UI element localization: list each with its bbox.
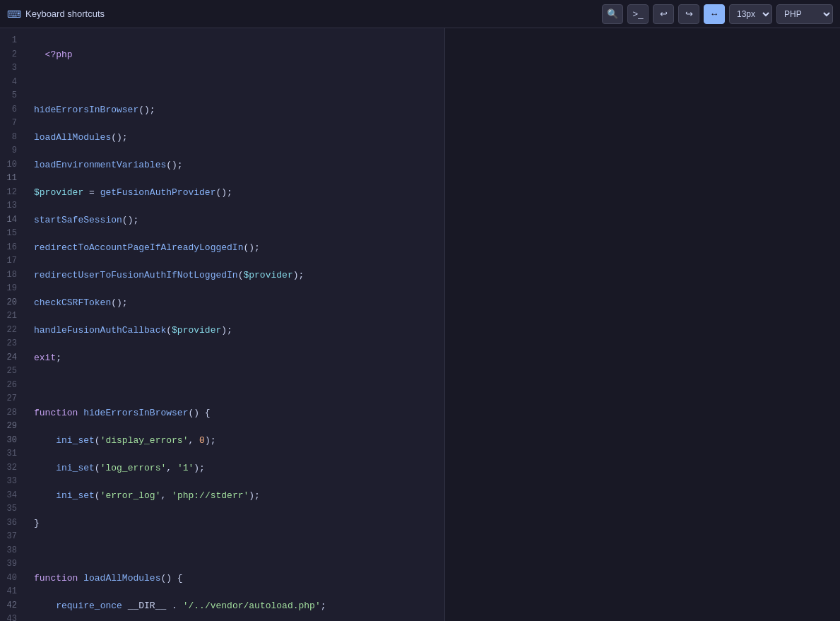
editor-container: 1 2 3 4 5 6 7 8 9 10 11 12 13 14 15 16 1… [0,28,840,621]
search-button[interactable]: 🔍 [602,4,623,24]
editor-title: ⌨ Keyboard shortcuts [7,8,105,20]
code-content[interactable]: <?php hideErrorsInBrowser(); loadAllModu… [30,28,444,621]
code-line-3: hideErrorsInBrowser(); [34,103,444,117]
code-line-20: function loadAllModules() { [34,572,444,586]
undo-button[interactable]: ↩ [653,4,674,24]
code-line-12: exit; [34,351,444,365]
code-line-5: loadEnvironmentVariables(); [34,158,444,172]
topbar: ⌨ Keyboard shortcuts 🔍 >_ ↩ ↪ ↔ 13px 11p… [0,0,840,28]
code-line-14: function hideErrorsInBrowser() { [34,406,444,420]
code-line-17: ini_set('error_log', 'php://stderr'); [34,489,444,503]
code-line-15: ini_set('display_errors', 0); [34,434,444,448]
language-select[interactable]: PHP JavaScript Python HTML [776,4,833,24]
code-line-16: ini_set('log_errors', '1'); [34,461,444,475]
code-line-4: loadAllModules(); [34,131,444,145]
code-line-10: checkCSRFToken(); [34,296,444,310]
keyboard-icon: ⌨ [7,8,21,20]
code-line-11: handleFusionAuthCallback($provider); [34,324,444,338]
line-numbers: 1 2 3 4 5 6 7 8 9 10 11 12 13 14 15 16 1… [0,28,30,621]
code-line-21: require_once __DIR__ . '/../vendor/autol… [34,599,444,613]
code-line-6: $provider = getFusionAuthProvider(); [34,186,444,200]
code-line-18: } [34,516,444,531]
redo-button[interactable]: ↪ [678,4,699,24]
code-line-2 [34,76,444,90]
code-area[interactable]: 1 2 3 4 5 6 7 8 9 10 11 12 13 14 15 16 1… [0,28,445,621]
code-line-13 [34,379,444,393]
title-text: Keyboard shortcuts [25,8,105,19]
font-size-select[interactable]: 13px 11px 12px 14px 16px [729,4,772,24]
code-line-9: redirectUserToFusionAuthIfNotLoggedIn($p… [34,268,444,283]
code-line-8: redirectToAccountPageIfAlreadyLoggedIn()… [34,241,444,255]
terminal-button[interactable]: >_ [627,4,649,24]
code-line-1: <?php [34,48,444,62]
wrap-button[interactable]: ↔ [704,4,725,24]
right-panel [445,28,840,621]
code-line-19 [34,544,444,558]
code-line-7: startSafeSession(); [34,213,444,227]
